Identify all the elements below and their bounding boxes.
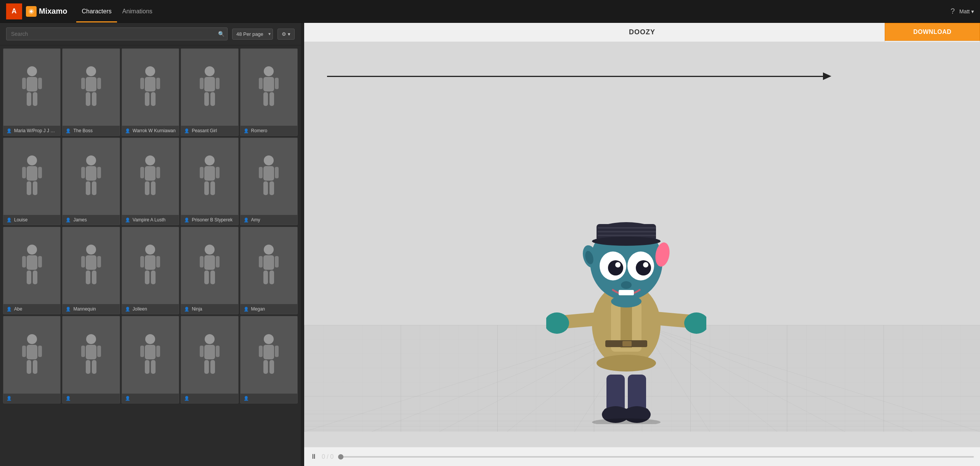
svg-rect-65 <box>27 271 31 284</box>
character-name: The Boss <box>73 128 93 133</box>
list-item[interactable]: 👤 <box>122 316 179 404</box>
svg-rect-100 <box>97 346 101 357</box>
list-item[interactable]: 👤The Boss <box>62 48 120 136</box>
list-item[interactable]: 👤Louise <box>3 138 61 225</box>
character-thumbnail <box>122 316 179 394</box>
list-item[interactable]: 👤Prisoner B Styperek <box>181 138 238 225</box>
svg-rect-111 <box>200 346 204 357</box>
svg-point-159 <box>643 262 648 267</box>
svg-rect-90 <box>269 271 274 284</box>
svg-rect-50 <box>204 166 215 181</box>
settings-button[interactable]: ⚙ ▾ <box>277 29 295 40</box>
svg-rect-102 <box>92 360 96 374</box>
tab-animations[interactable]: Animations <box>117 5 158 18</box>
svg-rect-35 <box>27 181 31 195</box>
list-item[interactable]: 👤Maria W/Prop J J Ong <box>3 48 61 136</box>
per-page-wrap: 12 Per page 24 Per page 48 Per page 96 P… <box>232 29 273 40</box>
character-thumbnail <box>181 138 238 215</box>
timeline-slider[interactable] <box>338 456 974 458</box>
svg-rect-17 <box>145 92 149 106</box>
svg-rect-47 <box>145 181 149 195</box>
svg-rect-95 <box>27 360 31 374</box>
svg-point-31 <box>27 155 37 165</box>
character-title: DOOZY <box>304 23 980 42</box>
svg-rect-143 <box>622 341 632 346</box>
svg-rect-40 <box>97 167 101 178</box>
list-item[interactable]: 👤 <box>181 316 238 404</box>
adobe-logo: A <box>6 3 22 19</box>
list-item[interactable]: 👤James <box>62 138 120 225</box>
list-item[interactable]: 👤Amy <box>240 138 298 225</box>
list-item[interactable]: 👤Warrok W Kurniawan <box>122 48 179 136</box>
per-page-select[interactable]: 12 Per page 24 Per page 48 Per page 96 P… <box>232 29 273 40</box>
svg-point-173 <box>597 355 656 372</box>
help-icon[interactable]: ? <box>951 7 955 16</box>
list-item[interactable]: 👤Peasant Girl <box>181 48 238 136</box>
character-person-icon: 👤 <box>6 396 12 401</box>
svg-rect-54 <box>210 181 215 195</box>
3d-viewer[interactable] <box>304 42 980 447</box>
character-person-icon: 👤 <box>244 307 249 312</box>
svg-rect-10 <box>97 78 101 89</box>
svg-rect-120 <box>269 360 274 374</box>
character-thumbnail <box>63 316 119 394</box>
svg-rect-44 <box>145 166 156 181</box>
svg-rect-76 <box>156 256 160 267</box>
svg-rect-12 <box>92 92 96 106</box>
svg-point-174 <box>592 418 661 424</box>
character-thumbnail <box>63 227 119 304</box>
svg-rect-88 <box>275 256 279 267</box>
svg-rect-96 <box>33 360 37 374</box>
scrollbar[interactable] <box>301 23 304 466</box>
svg-rect-5 <box>27 92 31 106</box>
svg-point-156 <box>608 260 623 275</box>
list-item[interactable]: 👤 <box>62 316 120 404</box>
character-person-icon: 👤 <box>125 218 130 223</box>
play-pause-button[interactable]: ⏸ <box>310 453 317 461</box>
list-item[interactable]: 👤 <box>240 316 298 404</box>
svg-rect-104 <box>145 345 156 359</box>
svg-rect-107 <box>145 360 149 374</box>
list-item[interactable]: 👤Megan <box>240 227 298 314</box>
svg-rect-114 <box>210 360 215 374</box>
list-item[interactable]: 👤Vampire A Lusth <box>122 138 179 225</box>
svg-rect-78 <box>151 271 156 284</box>
svg-rect-53 <box>204 181 209 195</box>
character-person-icon: 👤 <box>66 218 71 223</box>
svg-point-55 <box>264 155 274 165</box>
svg-rect-80 <box>204 255 215 270</box>
svg-point-25 <box>264 66 274 76</box>
user-menu[interactable]: Matt ▾ <box>959 8 974 14</box>
svg-rect-4 <box>38 78 42 89</box>
svg-rect-83 <box>204 271 209 284</box>
list-item[interactable]: 👤Abe <box>3 227 61 314</box>
list-item[interactable]: 👤 <box>3 316 61 404</box>
character-name: Megan <box>251 306 265 312</box>
search-input[interactable] <box>6 27 228 40</box>
download-button[interactable]: DOWNLOAD <box>885 23 980 41</box>
character-name: Jolleen <box>133 306 147 312</box>
mixamo-title: Mixamo <box>39 7 67 16</box>
list-item[interactable]: 👤Mannequin <box>62 227 120 314</box>
list-item[interactable]: 👤Ninja <box>181 227 238 314</box>
character-name: Ninja <box>192 306 202 312</box>
svg-rect-41 <box>86 181 90 195</box>
svg-rect-75 <box>140 256 144 267</box>
character-name: Maria W/Prop J J Ong <box>14 128 57 133</box>
svg-rect-93 <box>22 346 26 357</box>
svg-point-158 <box>615 262 621 267</box>
svg-rect-62 <box>27 255 37 270</box>
list-item[interactable]: 👤Jolleen <box>122 227 179 314</box>
time-display: 0 / 0 <box>322 453 334 460</box>
character-thumbnail <box>181 49 238 126</box>
svg-rect-51 <box>200 167 204 178</box>
timeline-thumb[interactable] <box>338 454 343 460</box>
svg-rect-29 <box>263 92 268 106</box>
search-icon[interactable]: 🔍 <box>218 31 225 37</box>
character-person-icon: 👤 <box>184 307 189 312</box>
character-thumbnail <box>181 316 238 394</box>
svg-rect-27 <box>259 78 263 89</box>
svg-point-91 <box>27 334 37 344</box>
list-item[interactable]: 👤Romero <box>240 48 298 136</box>
tab-characters[interactable]: Characters <box>76 5 117 18</box>
